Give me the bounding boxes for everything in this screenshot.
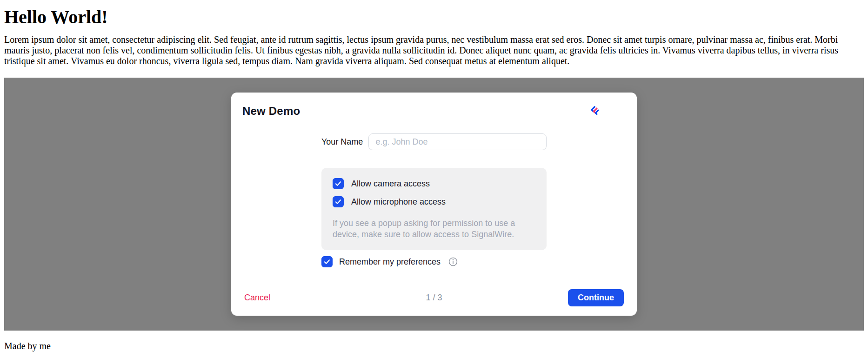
continue-button[interactable]: Continue: [568, 289, 624, 306]
checkmark-icon: [323, 258, 331, 265]
page-title: Hello World!: [4, 7, 864, 28]
remember-preferences-row: Remember my preferences: [321, 256, 547, 267]
microphone-access-row: Allow microphone access: [333, 196, 535, 207]
dialog-title: New Demo: [242, 105, 300, 118]
camera-access-checkbox[interactable]: [333, 178, 344, 189]
dialog-body: Your Name Allow camera access: [321, 133, 547, 267]
microphone-access-checkbox[interactable]: [333, 196, 344, 207]
camera-access-row: Allow camera access: [333, 178, 535, 189]
remember-preferences-checkbox[interactable]: [321, 256, 333, 267]
name-input[interactable]: [368, 133, 547, 150]
remember-preferences-label: Remember my preferences: [339, 257, 441, 267]
dialog-footer: Cancel 1 / 3 Continue: [231, 289, 637, 316]
intro-paragraph: Lorem ipsum dolor sit amet, consectetur …: [4, 34, 864, 66]
camera-access-label: Allow camera access: [351, 179, 430, 189]
signalwire-logo-icon: [589, 106, 601, 117]
step-indicator: 1 / 3: [426, 293, 442, 303]
permission-hint-text: If you see a popup asking for permission…: [333, 218, 535, 240]
made-by-note: Made by me: [4, 341, 864, 351]
new-demo-dialog: New Demo Your Name: [231, 93, 637, 316]
microphone-access-label: Allow microphone access: [351, 197, 446, 207]
name-field-row: Your Name: [321, 133, 547, 150]
modal-backdrop: New Demo Your Name: [4, 78, 864, 331]
checkmark-icon: [334, 180, 342, 187]
checkmark-icon: [334, 198, 342, 206]
cancel-button[interactable]: Cancel: [244, 293, 270, 303]
name-field-label: Your Name: [321, 137, 363, 147]
info-icon[interactable]: [448, 257, 458, 267]
dialog-header: New Demo: [231, 93, 637, 118]
permissions-panel: Allow camera access Allow microphone acc…: [321, 168, 547, 250]
